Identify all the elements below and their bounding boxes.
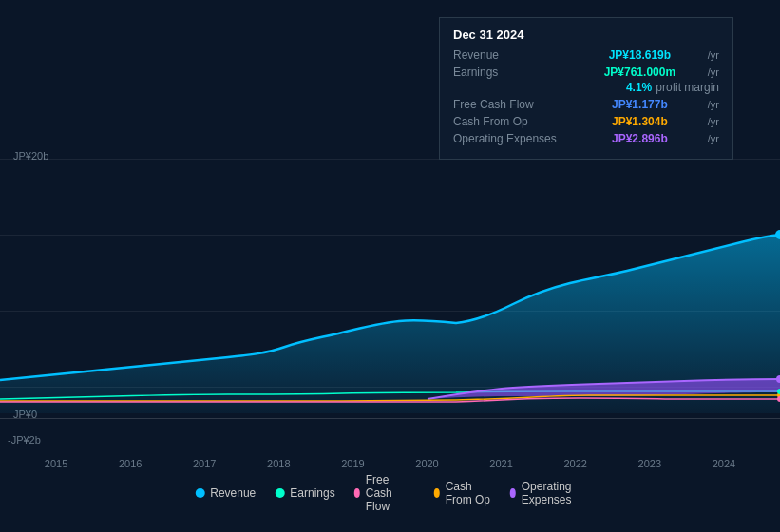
x-label-2018: 2018	[267, 458, 290, 469]
x-label-2017: 2017	[193, 458, 216, 469]
tooltip-cfo-label: Cash From Op	[453, 115, 567, 128]
profit-margin-row: 4.1% profit margin	[453, 81, 719, 94]
legend-revenue-label: Revenue	[210, 486, 256, 500]
tooltip-opex-unit: /yr	[708, 133, 719, 144]
x-label-2023: 2023	[638, 458, 661, 469]
tooltip-date: Dec 31 2024	[453, 28, 719, 42]
profit-margin-percent: 4.1%	[626, 81, 652, 94]
tooltip-revenue-row: Revenue JP¥18.619b /yr	[453, 48, 719, 62]
chart-container: Dec 31 2024 Revenue JP¥18.619b /yr Earni…	[0, 0, 780, 532]
chart-legend: Revenue Earnings Free Cash Flow Cash Fro…	[195, 473, 585, 513]
legend-fcf-label: Free Cash Flow	[366, 473, 415, 513]
profit-margin-label: profit margin	[656, 81, 719, 94]
x-label-2024: 2024	[713, 458, 735, 469]
tooltip-box: Dec 31 2024 Revenue JP¥18.619b /yr Earni…	[439, 17, 733, 160]
legend-earnings-label: Earnings	[290, 486, 334, 500]
chart-svg	[0, 147, 780, 451]
tooltip-fcf-unit: /yr	[708, 99, 719, 110]
tooltip-revenue-value: JP¥18.619b	[609, 48, 671, 62]
tooltip-earnings-row: Earnings JP¥761.000m /yr	[453, 66, 719, 79]
legend-cfo-dot	[434, 488, 440, 498]
legend-opex-dot	[510, 488, 516, 498]
x-label-2021: 2021	[489, 458, 512, 469]
legend-opex-label: Operating Expenses	[522, 480, 585, 506]
legend-earnings[interactable]: Earnings	[275, 486, 334, 500]
legend-revenue-dot	[195, 488, 204, 498]
legend-cfo-label: Cash From Op	[446, 480, 491, 506]
tooltip-fcf-label: Free Cash Flow	[453, 98, 567, 111]
legend-cfo[interactable]: Cash From Op	[434, 480, 491, 506]
x-label-2015: 2015	[45, 458, 67, 469]
x-label-2016: 2016	[119, 458, 142, 469]
tooltip-opex-label: Operating Expenses	[453, 132, 567, 145]
tooltip-revenue-unit: /yr	[708, 49, 719, 61]
legend-earnings-dot	[275, 488, 284, 498]
tooltip-opex-value: JP¥2.896b	[612, 132, 668, 145]
x-label-2022: 2022	[563, 458, 586, 469]
tooltip-earnings-value: JP¥761.000m	[604, 66, 675, 79]
tooltip-revenue-label: Revenue	[453, 48, 567, 62]
tooltip-fcf-value: JP¥1.177b	[612, 98, 668, 111]
legend-fcf-dot	[354, 488, 360, 498]
legend-opex[interactable]: Operating Expenses	[510, 480, 585, 506]
tooltip-fcf-row: Free Cash Flow JP¥1.177b /yr	[453, 98, 719, 111]
tooltip-opex-row: Operating Expenses JP¥2.896b /yr	[453, 132, 719, 145]
tooltip-earnings-unit: /yr	[708, 66, 719, 78]
legend-revenue[interactable]: Revenue	[195, 486, 256, 500]
x-label-2020: 2020	[415, 458, 438, 469]
legend-fcf[interactable]: Free Cash Flow	[354, 473, 415, 513]
tooltip-cfo-row: Cash From Op JP¥1.304b /yr	[453, 115, 719, 128]
tooltip-cfo-unit: /yr	[708, 116, 719, 127]
tooltip-cfo-value: JP¥1.304b	[612, 115, 668, 128]
x-axis-labels: 2015 2016 2017 2018 2019 2020 2021 2022 …	[0, 458, 780, 469]
tooltip-earnings-label: Earnings	[453, 66, 567, 79]
x-label-2019: 2019	[341, 458, 364, 469]
